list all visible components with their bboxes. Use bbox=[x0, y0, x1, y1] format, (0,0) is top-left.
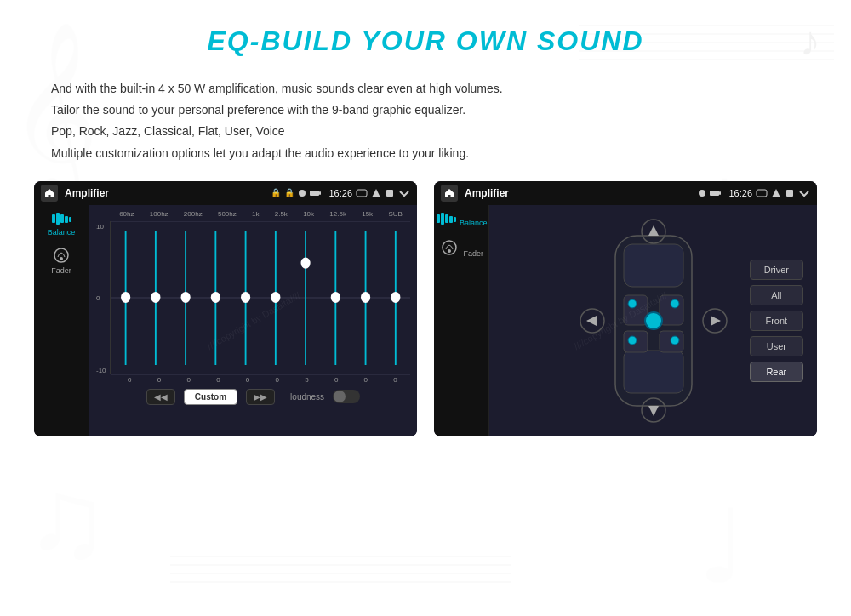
svg-point-49 bbox=[391, 292, 400, 303]
svg-rect-15 bbox=[310, 191, 319, 196]
desc-line3: Pop, Rock, Jazz, Classical, Flat, User, … bbox=[51, 121, 800, 142]
eq-status-icons: 🔒 🔒 16:26 bbox=[271, 188, 410, 198]
svg-point-35 bbox=[180, 292, 190, 303]
svg-rect-21 bbox=[56, 213, 60, 225]
svg-text:♫: ♫ bbox=[26, 458, 109, 580]
fader-time: 16:26 bbox=[728, 188, 752, 198]
svg-point-37 bbox=[210, 292, 220, 303]
fader-body: Balance Fader bbox=[434, 205, 817, 436]
rear-button[interactable]: Rear bbox=[750, 362, 803, 382]
front-button[interactable]: Front bbox=[750, 311, 803, 331]
eq-balance-item[interactable]: Balance bbox=[48, 212, 76, 237]
svg-point-41 bbox=[271, 292, 280, 303]
svg-point-14 bbox=[299, 190, 306, 197]
eq-custom-button[interactable]: Custom bbox=[184, 389, 237, 405]
user-button[interactable]: User bbox=[750, 336, 803, 356]
svg-point-70 bbox=[628, 299, 637, 308]
svg-rect-23 bbox=[65, 216, 68, 223]
svg-rect-55 bbox=[786, 190, 793, 197]
svg-point-72 bbox=[628, 336, 637, 345]
title-section: EQ-BUILD YOUR OWN SOUND bbox=[0, 0, 851, 70]
svg-point-47 bbox=[361, 292, 370, 303]
car-diagram bbox=[568, 219, 739, 423]
svg-point-26 bbox=[60, 257, 63, 260]
svg-point-62 bbox=[448, 249, 451, 253]
screenshots-row: Amplifier 🔒 🔒 16:26 bbox=[0, 181, 851, 436]
fader-home-icon[interactable] bbox=[441, 185, 458, 202]
svg-rect-16 bbox=[319, 191, 321, 195]
eq-screenshot: Amplifier 🔒 🔒 16:26 bbox=[34, 181, 417, 436]
svg-point-43 bbox=[300, 257, 310, 268]
svg-rect-56 bbox=[437, 214, 440, 223]
home-icon[interactable] bbox=[41, 185, 58, 202]
eq-body: Balance Fader bbox=[34, 205, 417, 436]
eq-main-area: 60hz 100hz 200hz 500hz 1k 2.5k 10k 12.5k… bbox=[89, 205, 417, 436]
eq-controls: ◀◀ Custom ▶▶ loudness bbox=[96, 389, 410, 405]
eq-sidebar: Balance Fader bbox=[34, 205, 89, 436]
eq-chart: 10 0 -10 bbox=[96, 221, 410, 374]
fader-fader-label: Fader bbox=[463, 249, 483, 258]
svg-point-73 bbox=[671, 336, 679, 345]
svg-rect-53 bbox=[757, 190, 767, 197]
svg-rect-57 bbox=[441, 213, 444, 225]
svg-rect-58 bbox=[445, 214, 448, 223]
svg-rect-19 bbox=[386, 190, 393, 197]
svg-point-33 bbox=[151, 292, 160, 303]
svg-rect-20 bbox=[52, 214, 55, 223]
svg-rect-51 bbox=[710, 191, 719, 196]
desc-line1: And with the built-in 4 x 50 W amplifica… bbox=[51, 78, 800, 100]
svg-rect-22 bbox=[60, 214, 64, 223]
svg-rect-67 bbox=[660, 295, 683, 325]
fader-screenshot: Amplifier 16:26 bbox=[434, 181, 817, 436]
loudness-label: loudness bbox=[290, 392, 324, 402]
svg-rect-59 bbox=[449, 216, 453, 223]
svg-marker-18 bbox=[372, 189, 380, 197]
fader-balance-item[interactable]: Balance bbox=[436, 212, 488, 229]
eq-next-button[interactable]: ▶▶ bbox=[246, 389, 275, 405]
all-button[interactable]: All bbox=[750, 285, 803, 305]
eq-app-name: Amplifier bbox=[65, 187, 271, 199]
desc-line2: Tailor the sound to your personal prefer… bbox=[51, 100, 800, 121]
eq-freq-labels: 60hz 100hz 200hz 500hz 1k 2.5k 10k 12.5k… bbox=[96, 210, 410, 218]
svg-rect-24 bbox=[69, 217, 71, 222]
eq-y-axis: 10 0 -10 bbox=[96, 221, 110, 374]
fader-label: Fader bbox=[51, 266, 71, 275]
svg-marker-54 bbox=[772, 189, 780, 197]
balance-label: Balance bbox=[48, 228, 76, 237]
fader-buttons-panel: Driver All Front User Rear bbox=[750, 260, 803, 382]
svg-point-45 bbox=[330, 292, 340, 303]
driver-button[interactable]: Driver bbox=[750, 260, 803, 280]
svg-text:♩: ♩ bbox=[698, 491, 746, 604]
desc-line4: Multiple customization options let you a… bbox=[51, 143, 800, 164]
svg-rect-64 bbox=[624, 244, 683, 287]
eq-fader-item[interactable]: Fader bbox=[51, 247, 71, 275]
svg-point-71 bbox=[671, 299, 679, 308]
eq-bars-area bbox=[110, 221, 410, 374]
fader-status-icons: 16:26 bbox=[698, 188, 810, 198]
fader-main-area: Driver All Front User Rear ////copyright… bbox=[489, 205, 817, 436]
eq-status-bar: Amplifier 🔒 🔒 16:26 bbox=[34, 181, 417, 205]
eq-bottom-labels: 0 0 0 0 0 0 5 0 0 0 bbox=[96, 376, 410, 384]
svg-rect-17 bbox=[357, 190, 367, 197]
svg-point-39 bbox=[241, 292, 250, 303]
fader-sidebar: Balance Fader bbox=[434, 205, 489, 436]
description-block: And with the built-in 4 x 50 W amplifica… bbox=[0, 70, 851, 181]
svg-rect-65 bbox=[624, 351, 683, 393]
svg-rect-52 bbox=[719, 191, 721, 195]
fader-app-name: Amplifier bbox=[465, 187, 698, 199]
svg-point-31 bbox=[121, 292, 130, 303]
svg-point-74 bbox=[645, 312, 662, 329]
loudness-toggle[interactable] bbox=[333, 390, 360, 403]
fader-balance-label: Balance bbox=[460, 219, 488, 227]
svg-rect-60 bbox=[454, 217, 456, 222]
svg-rect-66 bbox=[624, 295, 648, 325]
page-title: EQ-BUILD YOUR OWN SOUND bbox=[0, 26, 851, 57]
svg-point-50 bbox=[699, 190, 705, 197]
fader-status-bar: Amplifier 16:26 bbox=[434, 181, 817, 205]
eq-prev-button[interactable]: ◀◀ bbox=[146, 389, 175, 405]
lock-icon: 🔒 bbox=[284, 188, 294, 197]
fader-fader-item[interactable]: Fader bbox=[439, 239, 483, 260]
eq-time: 16:26 bbox=[328, 188, 352, 198]
